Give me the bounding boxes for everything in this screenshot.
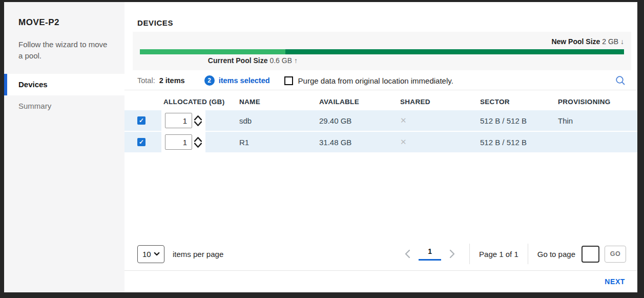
new-pool-size-value: 2 GB [602,37,618,46]
header-sector: SECTOR [475,98,553,106]
selected-count-badge: 2 [204,75,215,86]
goto-page-label: Go to page [537,250,575,259]
divider [528,244,528,264]
previous-page-button[interactable] [400,249,416,259]
allocated-cell [158,132,234,152]
current-pool-size-label: Current Pool Size 0.6 GB ↑ [140,56,298,65]
provisioning-cell: Thin [553,116,637,125]
allocated-cell [158,110,234,131]
current-pool-size-title: Current Pool Size [208,56,268,65]
page-size-value: 10 [142,250,151,259]
row-checkbox-checked[interactable]: ✓ [137,138,146,146]
wizard-step-nav: Devices Summary [4,74,124,117]
allocated-input[interactable] [165,134,192,150]
step-devices-label: Devices [18,80,48,89]
shared-cell: ✕ [391,137,475,147]
search-icon [615,75,626,86]
purge-data-checkbox[interactable] [284,76,293,85]
header-shared: SHARED [391,98,475,106]
row-select-cell: ✓ [124,116,158,125]
available-cell: 31.48 GB [314,138,391,147]
sector-cell: 512 B / 512 B [475,116,553,125]
current-pool-size-value: 0.6 GB [269,56,292,65]
stepper-down-icon[interactable] [194,143,202,148]
chevron-down-icon [154,252,160,256]
stepper-down-icon[interactable] [194,121,202,127]
available-cell: 29.40 GB [314,116,391,125]
total-items-count: 2 items [159,76,185,85]
row-checkbox-checked[interactable]: ✓ [137,116,146,125]
items-per-page-label: items per page [173,250,223,259]
wizard-sidebar: MOVE-P2 Follow the wizard to move a pool… [4,2,124,292]
items-selected-link[interactable]: items selected [219,76,270,85]
stepper-up-icon[interactable] [194,115,202,121]
shared-cell: ✕ [391,116,475,125]
wizard-main-panel: DEVICES New Pool Size 2 GB ↓ Current Poo… [124,2,637,292]
arrow-up-icon: ↑ [294,56,298,65]
chevron-left-icon [405,249,410,259]
purge-data-label: Purge data from original location immedi… [298,76,453,85]
allocated-stepper [161,110,205,131]
allocated-stepper [161,132,205,152]
stepper-buttons [194,115,202,127]
wizard-title: MOVE-P2 [4,2,124,28]
next-page-button[interactable] [444,249,460,259]
page-size-select[interactable]: 10 [137,245,164,263]
current-pool-segment [140,49,285,54]
new-pool-size-title: New Pool Size [551,37,600,46]
goto-page-input[interactable] [581,246,599,263]
page-controls: 1 Page 1 of 1 Go to page GO [400,244,626,264]
table-row-r1: ✓ R1 31.48 GB ✕ 512 [124,132,637,152]
table-toolbar: Total: 2 items 2 items selected Purge da… [124,74,637,90]
header-allocated: ALLOCATED (GB) [158,98,234,106]
move-pool-wizard-dialog: MOVE-P2 Follow the wizard to move a pool… [4,2,637,292]
page-info: Page 1 of 1 [479,250,518,259]
shared-none-icon: ✕ [400,137,407,146]
page-number-1[interactable]: 1 [419,247,441,261]
arrow-down-icon: ↓ [620,37,624,46]
row-select-cell: ✓ [124,138,158,146]
next-button[interactable]: NEXT [605,277,625,286]
divider [469,244,470,264]
header-provisioning: PROVISIONING [553,98,637,106]
step-summary-label: Summary [18,102,51,110]
pool-size-panel: New Pool Size 2 GB ↓ Current Pool Size 0… [133,32,631,70]
go-button[interactable]: GO [605,246,626,263]
sector-cell: 512 B / 512 B [475,138,553,147]
table-header-row: ALLOCATED (GB) NAME AVAILABLE SHARED SEC… [124,93,637,110]
check-icon: ✓ [139,138,144,146]
total-label: Total: [137,76,155,85]
pagination-bar: 10 items per page 1 Page 1 of 1 Go to pa… [137,243,626,265]
header-available: AVAILABLE [314,98,391,106]
table-row-sdb: ✓ sdb 29.40 GB ✕ 51 [124,110,637,131]
page-title: DEVICES [137,18,173,27]
shared-none-icon: ✕ [400,116,407,125]
check-icon: ✓ [139,117,144,124]
chevron-right-icon [449,249,455,259]
wizard-footer: NEXT [124,270,637,292]
step-devices[interactable]: Devices [4,74,124,95]
wizard-description: Follow the wizard to move a pool. [4,28,124,62]
step-summary[interactable]: Summary [4,95,124,117]
allocated-input[interactable] [165,113,192,128]
name-cell: R1 [234,138,314,147]
header-name: NAME [234,98,314,106]
stepper-buttons [194,136,202,148]
pool-size-bar [140,49,624,54]
devices-table: ALLOCATED (GB) NAME AVAILABLE SHARED SEC… [124,93,637,153]
search-button[interactable] [615,75,626,86]
new-pool-size-label: New Pool Size 2 GB ↓ [551,37,624,46]
name-cell: sdb [234,116,314,125]
stepper-up-icon[interactable] [194,136,202,142]
